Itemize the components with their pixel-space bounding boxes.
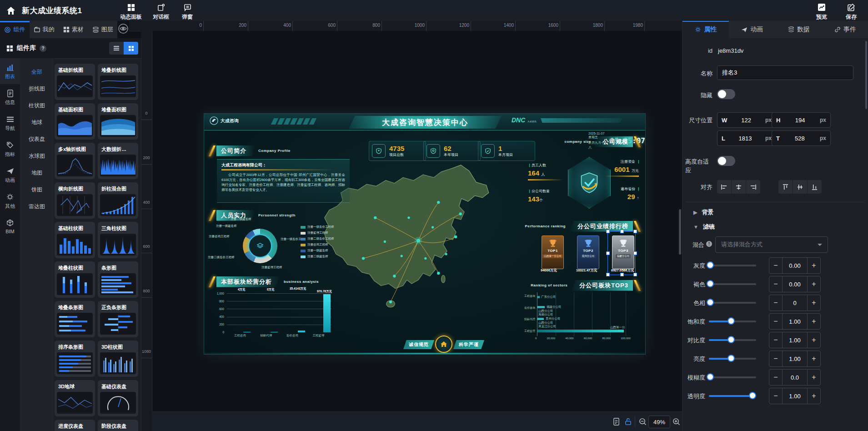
tab-animation[interactable]: 动画	[729, 21, 775, 38]
zoom-out-icon[interactable]	[637, 416, 647, 426]
business-bar-chart[interactable]: 1,0008006004002000 4万元 0万元 35.4143万元 970…	[214, 292, 332, 339]
component-card[interactable]: 横向折线图	[55, 182, 95, 219]
component-card[interactable]: 3D柱状图	[98, 341, 138, 377]
component-card[interactable]: 基础柱状图	[55, 222, 95, 258]
tab-events[interactable]: 事件	[822, 21, 868, 38]
business-panel-header[interactable]: 本部板块经营分析 business analysis	[211, 276, 356, 287]
plus-button[interactable]: +	[808, 351, 820, 366]
subcategory-radar[interactable]: 雷达图	[20, 198, 54, 215]
category-other[interactable]: 其他	[0, 188, 20, 214]
dashboard-header[interactable]: 大成咨询 大成咨询智慧决策中心 DNC 大成咨询	[204, 114, 645, 130]
tab-components[interactable]: 组件	[0, 21, 30, 38]
sectors-panel-header[interactable]: 分公司板块TOP3 Ranking of sectors	[500, 280, 638, 291]
preview-button[interactable]: 预览	[807, 3, 836, 21]
minus-button[interactable]: −	[769, 295, 782, 311]
save-button[interactable]: 保存	[837, 3, 866, 21]
inspector-scrollbar[interactable]	[865, 41, 867, 109]
component-card[interactable]: 堆叠折线图	[98, 64, 138, 100]
align-left-button[interactable]	[717, 180, 731, 194]
grid-view-button[interactable]	[124, 42, 138, 55]
component-card[interactable]: 基础仪表盘	[98, 380, 138, 416]
subcategory-bar[interactable]: 柱状图	[20, 97, 54, 114]
component-card[interactable]: 基础面积图	[55, 103, 95, 140]
subcategory-all[interactable]: 全部	[20, 64, 54, 80]
help-icon[interactable]: ?	[40, 45, 46, 52]
component-card[interactable]: 正负条形图	[98, 301, 138, 337]
background-section-header[interactable]: ▶ 背景	[693, 208, 713, 216]
minus-button[interactable]: −	[769, 314, 782, 329]
canvas-vertical-scrollbar[interactable]	[679, 209, 681, 255]
align-top-button[interactable]	[778, 180, 793, 194]
profile-panel-header[interactable]: 公司简介 Company Profile	[211, 145, 356, 156]
category-metrics[interactable]: 指标	[0, 136, 20, 162]
brightness-slider[interactable]	[709, 358, 756, 360]
blend-select[interactable]: 请选择混合方式	[715, 236, 828, 253]
saturation-slider[interactable]	[709, 321, 756, 322]
tab-materials[interactable]: 素材	[59, 21, 88, 38]
subcategory-gauge[interactable]: 仪表盘	[20, 131, 54, 148]
align-middle-v-button[interactable]	[793, 180, 807, 194]
hue-slider[interactable]	[709, 302, 756, 304]
component-card[interactable]: 进度仪表盘	[55, 420, 95, 431]
sectors-bar-chart[interactable]: 工程咨询造价咨询招标代理工程监理 广东分公司 福建分公司 山西分公司 海南分公司…	[522, 292, 635, 343]
contrast-slider[interactable]	[709, 339, 756, 341]
component-card[interactable]: 堆叠条形图	[55, 301, 95, 337]
align-center-h-button[interactable]	[732, 180, 746, 194]
home-icon[interactable]	[5, 5, 16, 16]
blur-slider[interactable]	[709, 376, 756, 378]
list-view-button[interactable]	[109, 42, 124, 55]
zoom-in-icon[interactable]	[671, 416, 681, 426]
minus-button[interactable]: −	[769, 332, 782, 348]
tab-data[interactable]: 数据	[776, 21, 822, 38]
component-card[interactable]: 3D地球	[55, 380, 95, 416]
align-bottom-button[interactable]	[808, 180, 822, 194]
dialog-button[interactable]: 对话框	[146, 3, 176, 21]
component-card[interactable]: 基础折线图	[55, 64, 95, 100]
component-card[interactable]: 大数据折…	[98, 143, 138, 179]
filter-section-header[interactable]: ▼ 滤镜	[693, 223, 715, 231]
component-card[interactable]: 三角柱状图	[98, 222, 138, 258]
dashboard-artboard[interactable]: 大成咨询 大成咨询智慧决策中心 DNC 大成咨询 2025-11-07 星期五 …	[204, 113, 646, 355]
popup-button[interactable]: 弹窗	[173, 3, 202, 21]
scale-panel-header[interactable]: 公司规模 company size	[500, 136, 638, 147]
height-field[interactable]: H194px	[772, 112, 831, 128]
category-charts[interactable]: 图表	[0, 58, 20, 84]
selection-box[interactable]	[607, 231, 636, 275]
category-animation[interactable]: 动画	[0, 162, 20, 188]
subcategory-map[interactable]: 地图	[20, 165, 54, 181]
opacity-slider[interactable]	[709, 395, 756, 397]
component-card[interactable]: 阶段仪表盘	[98, 420, 138, 431]
top2-card[interactable]: TOP2 贵州分公司	[577, 236, 599, 269]
component-card[interactable]: 堆叠柱状图	[55, 261, 95, 298]
category-bim[interactable]: BIM	[0, 214, 20, 238]
plus-button[interactable]: +	[808, 370, 820, 385]
top-field[interactable]: T528px	[772, 130, 831, 146]
plus-button[interactable]: +	[808, 388, 820, 404]
autoheight-toggle[interactable]	[717, 156, 735, 166]
subcategory-globe[interactable]: 地球	[20, 114, 54, 131]
minus-button[interactable]: −	[769, 351, 782, 366]
subcategory-pie[interactable]: 饼图	[20, 181, 54, 198]
plus-button[interactable]: +	[808, 314, 820, 329]
component-card[interactable]: 排序条形图	[55, 341, 95, 377]
zoom-level[interactable]: 49%	[648, 416, 670, 428]
top1-card[interactable]: TOP1 山西第一分公司	[542, 236, 564, 269]
profile-panel-body[interactable]: 大成工程咨询有限公司： 公司成立于2003年12月，公司总部位于中国·郑州广汇国…	[217, 159, 350, 203]
left-field[interactable]: L1813px	[717, 130, 776, 146]
unlock-icon[interactable]	[623, 416, 633, 426]
component-card[interactable]: 堆叠面积图	[98, 103, 138, 140]
category-info[interactable]: 信息	[0, 84, 20, 110]
minus-button[interactable]: −	[769, 370, 782, 385]
dynamic-panel-button[interactable]: 动态面板	[116, 3, 146, 21]
minus-button[interactable]: −	[769, 276, 782, 292]
category-navigation[interactable]: 导航	[0, 110, 20, 136]
plus-button[interactable]: +	[808, 332, 820, 348]
plus-button[interactable]: +	[808, 295, 820, 311]
component-card[interactable]: 多x轴折线图	[55, 143, 95, 179]
plus-button[interactable]: +	[808, 276, 820, 292]
component-card[interactable]: 条形图	[98, 261, 138, 298]
align-right-button[interactable]	[746, 180, 760, 194]
plus-button[interactable]: +	[808, 258, 820, 273]
tab-properties[interactable]: 属性	[682, 21, 729, 38]
hide-toggle[interactable]	[717, 89, 735, 99]
